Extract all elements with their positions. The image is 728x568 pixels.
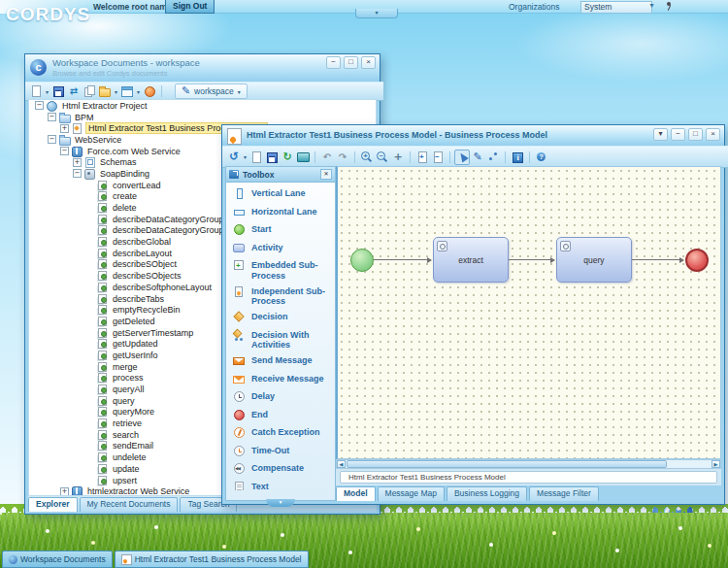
toolbox-item-time-out[interactable]: Time-Out: [233, 446, 333, 458]
tree-item-label[interactable]: create: [111, 191, 139, 201]
tree-toggle-icon[interactable]: +: [60, 124, 69, 133]
taskbar-item[interactable]: Workspace Documents: [2, 551, 113, 568]
open-folder-icon[interactable]: [98, 84, 112, 98]
preview-icon[interactable]: [296, 150, 310, 164]
tree-toggle-icon[interactable]: −: [35, 101, 44, 110]
tree-item-label[interactable]: Schemas: [98, 157, 139, 167]
bpm-titlebar[interactable]: Html Extractor Test1 Business Process Mo…: [222, 125, 724, 146]
scrollbar-thumb[interactable]: [347, 460, 667, 468]
sequence-flow[interactable]: [632, 259, 683, 260]
toolbox-item-horizontal-lane[interactable]: Horizontal Lane: [233, 207, 333, 219]
start-event-node[interactable]: [350, 249, 374, 272]
toolbox-item-activity[interactable]: Activity: [233, 243, 333, 255]
new-document-icon[interactable]: [29, 84, 43, 98]
zoom-page-out-icon[interactable]: [431, 150, 445, 164]
tree-item-label[interactable]: delete: [111, 203, 139, 213]
tree-item-label[interactable]: merge: [111, 362, 140, 372]
tree-item-label[interactable]: queryMore: [111, 407, 156, 417]
tree-item-label[interactable]: WebService: [73, 135, 123, 145]
tree-item-label[interactable]: describeSObjects: [111, 271, 183, 281]
toolbox-item-text[interactable]: Text: [233, 482, 333, 491]
tab-explorer[interactable]: Explorer: [28, 497, 78, 512]
tree-item-label[interactable]: describeDataCategoryGroups: [111, 215, 230, 224]
save-icon[interactable]: [51, 84, 65, 98]
tree-toggle-icon[interactable]: −: [73, 169, 82, 178]
tree-item-label[interactable]: BPM: [73, 113, 96, 122]
save-icon[interactable]: [265, 150, 279, 164]
tree-item-label[interactable]: Force.com Web Service: [85, 147, 182, 156]
tree-item-label[interactable]: process: [111, 373, 146, 383]
minimize-button[interactable]: −: [326, 56, 341, 69]
connection-points-icon[interactable]: [486, 150, 500, 164]
toolbox-item-start[interactable]: Start: [233, 224, 333, 237]
tree-item-label[interactable]: getUpdated: [111, 339, 160, 349]
tree-item-label[interactable]: undelete: [111, 452, 149, 462]
tab-my-recent-documents[interactable]: My Recent Documents: [80, 497, 179, 512]
tree-item[interactable]: −BPM: [29, 112, 376, 123]
tree-item-label[interactable]: describeLayout: [111, 249, 174, 258]
back-icon[interactable]: [227, 150, 241, 164]
tree-item-label[interactable]: describeSoftphoneLayout: [111, 283, 214, 292]
pan-icon[interactable]: [391, 150, 405, 164]
organization-select-caret[interactable]: ▼: [648, 2, 655, 9]
tree-item-label[interactable]: convertLead: [111, 181, 163, 190]
tree-item-label[interactable]: describeSObject: [111, 259, 179, 269]
dropdown-caret[interactable]: ▾: [244, 153, 247, 160]
scroll-right-arrow[interactable]: ▶: [711, 460, 720, 468]
end-event-node[interactable]: [685, 249, 709, 272]
taskbar-item[interactable]: Html Extractor Test1 Business Process Mo…: [115, 551, 309, 568]
synchronize-icon[interactable]: [67, 84, 81, 98]
tree-item-label[interactable]: getUserInfo: [111, 351, 160, 360]
toolbox-item-embedded-subprocess[interactable]: Embedded Sub-Process: [233, 260, 333, 281]
toolbox-item-send-message[interactable]: Send Message: [233, 355, 333, 368]
help-icon[interactable]: [535, 150, 548, 164]
sequence-flow[interactable]: [374, 259, 431, 260]
delete-icon[interactable]: [143, 84, 156, 98]
tree-toggle-icon[interactable]: −: [48, 135, 56, 144]
canvas-horizontal-scrollbar[interactable]: ◀ ▶: [336, 459, 721, 469]
tree-item-label[interactable]: search: [111, 430, 141, 440]
workspace-titlebar[interactable]: c Workspace Documents - workspace Browse…: [25, 54, 380, 82]
tree-item-label[interactable]: emptyRecycleBin: [111, 305, 182, 315]
tree-item-label[interactable]: getDeleted: [111, 317, 157, 326]
toolbox-item-delay[interactable]: Delay: [233, 391, 333, 404]
close-button[interactable]: ×: [361, 56, 376, 69]
minimize-button[interactable]: −: [671, 128, 685, 141]
zoom-in-icon[interactable]: [360, 150, 374, 164]
pin-icon[interactable]: [664, 1, 674, 12]
copy-icon[interactable]: [83, 84, 96, 98]
connector-icon[interactable]: [471, 150, 484, 164]
toolbox-item-decision-with-activities[interactable]: Decision With Activities: [233, 330, 333, 351]
new-document-icon[interactable]: [249, 150, 263, 164]
window-menu-button[interactable]: ▾: [653, 128, 668, 141]
tree-item-label[interactable]: getServerTimestamp: [111, 328, 195, 338]
tree-item-label[interactable]: SoapBinding: [98, 169, 151, 179]
maximize-button[interactable]: □: [688, 128, 703, 141]
tree-toggle-icon[interactable]: −: [60, 147, 69, 155]
dropdown-caret[interactable]: ▾: [115, 88, 117, 95]
tree-toggle-icon[interactable]: +: [73, 158, 82, 167]
toolbox-item-compensate[interactable]: Compensate: [233, 463, 333, 476]
tree-item-label[interactable]: retrieve: [111, 418, 144, 428]
sequence-flow[interactable]: [509, 259, 554, 260]
tab-model[interactable]: Model: [336, 486, 376, 501]
toolbox-item-vertical-lane[interactable]: Vertical Lane: [233, 188, 333, 201]
zoom-out-icon[interactable]: [376, 150, 389, 164]
properties-icon[interactable]: [511, 150, 524, 164]
zoom-page-in-icon[interactable]: [415, 150, 429, 164]
window-icon[interactable]: [120, 84, 134, 98]
tree-item-label[interactable]: sendEmail: [111, 441, 155, 451]
toolbox-item-decision[interactable]: Decision: [233, 312, 333, 324]
tree-item-label[interactable]: upsert: [111, 476, 139, 485]
maximize-button[interactable]: □: [344, 56, 358, 69]
toolbox-scroll-down[interactable]: ▼: [226, 490, 335, 500]
toolbox-header[interactable]: Toolbox ✕: [226, 167, 335, 183]
toolbox-close-icon[interactable]: ✕: [320, 169, 332, 180]
activity-node-extract[interactable]: extract: [433, 237, 509, 283]
dropdown-caret[interactable]: ▾: [137, 88, 140, 95]
activity-node-query[interactable]: query: [556, 237, 632, 283]
tree-item-label[interactable]: Html Extractor Project: [60, 101, 149, 111]
tree-toggle-icon[interactable]: +: [60, 487, 69, 496]
dropdown-caret[interactable]: ▾: [46, 88, 49, 95]
tab-message-map[interactable]: Message Map: [378, 486, 445, 501]
